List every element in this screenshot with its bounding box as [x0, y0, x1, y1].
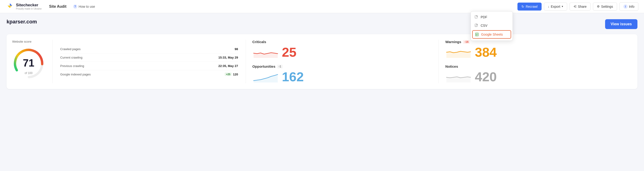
warnings-card: Warnings -16 384: [445, 40, 632, 59]
warnings-title: Warnings: [445, 40, 461, 44]
opportunities-badge: -1: [277, 65, 283, 68]
view-issues-button[interactable]: View issues: [605, 19, 638, 29]
criticals-sparkline: [252, 46, 278, 58]
warnings-sparkline: [445, 46, 471, 58]
stats-val-google: +25 120: [225, 72, 238, 76]
pdf-icon: [474, 15, 478, 19]
score-circle: 71 of 100: [12, 47, 45, 80]
left-metrics-column: Criticals 25 Opportunities -1: [246, 40, 439, 84]
settings-icon: ⚙: [597, 5, 600, 8]
notices-title: Notices: [445, 64, 458, 68]
dashboard-grid: Website score: [6, 34, 638, 89]
app-tagline: Proudly made in Ukraine: [16, 8, 42, 10]
settings-button[interactable]: ⚙ Settings: [593, 2, 617, 10]
share-label: Share: [578, 5, 586, 8]
app-name: Sitechecker: [16, 3, 42, 8]
logo-icon: [6, 2, 14, 11]
share-button[interactable]: ⋲ Share: [570, 2, 590, 10]
svg-marker-2: [10, 6, 12, 8]
notices-number: 420: [475, 70, 496, 84]
stats-key-crawled: Crawled pages: [60, 47, 80, 51]
csv-label: CSV: [481, 24, 488, 28]
google-sheets-icon: [475, 32, 479, 36]
info-icon: i: [624, 4, 628, 9]
export-label: Export: [551, 5, 560, 8]
stats-section: Crawled pages 98 Current crawling 15:33,…: [53, 40, 246, 84]
notices-sparkline: [445, 71, 471, 82]
score-of: of 100: [24, 72, 32, 75]
stats-badge-google: +25: [225, 72, 232, 76]
opportunities-number: 162: [282, 70, 304, 84]
stats-val-current: 15:33, May 29: [218, 56, 238, 59]
warnings-row: 384: [445, 46, 632, 59]
export-icon: ↓: [548, 5, 550, 8]
topbar: Sitechecker Proudly made in Ukraine Site…: [0, 0, 644, 13]
svg-marker-15: [446, 51, 470, 58]
how-to-use-button[interactable]: ? How to use: [71, 4, 97, 10]
score-value: 71: [23, 57, 34, 69]
export-dropdown: PDF CSV CSV Google Sheets: [470, 11, 513, 41]
logo-area: Sitechecker Proudly made in Ukraine: [6, 2, 42, 11]
site-domain: kparser.com: [6, 19, 37, 25]
settings-label: Settings: [601, 5, 613, 8]
recrawl-button[interactable]: ↻ Recrawl: [518, 2, 542, 10]
how-to-use-label: How to use: [79, 5, 95, 8]
notices-card: Notices 420: [445, 64, 632, 84]
pdf-label: PDF: [481, 15, 487, 19]
topbar-right: ↻ Recrawl ↓ Export ▾ ⋲ Share ⚙ Settings …: [518, 2, 638, 11]
criticals-number: 25: [282, 46, 296, 59]
notices-row: 420: [445, 70, 632, 84]
opportunities-card: Opportunities -1 162: [252, 64, 439, 84]
page-title: Site Audit: [49, 4, 66, 9]
svg-marker-14: [254, 74, 278, 82]
share-icon: ⋲: [574, 5, 576, 8]
export-pdf-item[interactable]: PDF: [471, 13, 512, 21]
svg-marker-0: [10, 3, 12, 6]
recrawl-icon: ↻: [522, 5, 524, 8]
svg-marker-1: [8, 6, 10, 8]
warnings-badge: -16: [463, 40, 470, 44]
warnings-number: 384: [475, 46, 496, 59]
opportunities-title: Opportunities: [252, 64, 275, 68]
export-csv-item[interactable]: CSV CSV: [471, 21, 512, 30]
stats-table: Crawled pages 98 Current crawling 15:33,…: [60, 45, 238, 78]
stats-key-google: Google indexed pages: [60, 72, 91, 76]
criticals-row: 25: [252, 46, 439, 59]
opportunities-header: Opportunities -1: [252, 64, 439, 68]
stats-key-current: Current crawling: [60, 56, 82, 59]
stats-key-previous: Previous crawling: [60, 64, 84, 68]
recrawl-label: Recrawl: [526, 5, 538, 8]
logo-text: Sitechecker Proudly made in Ukraine: [16, 3, 42, 10]
info-button[interactable]: i Info: [620, 2, 638, 11]
stats-row-google: Google indexed pages +25 120: [60, 70, 238, 78]
criticals-header: Criticals: [252, 40, 439, 44]
main-content: kparser.com View issues Website score: [0, 13, 644, 95]
opportunities-sparkline: [252, 71, 278, 82]
chevron-down-icon: ▾: [562, 5, 563, 8]
export-google-sheets-item[interactable]: Google Sheets: [472, 30, 511, 39]
export-button[interactable]: ↓ Export ▾: [544, 2, 567, 10]
stats-val-crawled: 98: [234, 47, 238, 51]
stats-row-current: Current crawling 15:33, May 29: [60, 54, 238, 62]
google-sheets-label: Google Sheets: [481, 32, 503, 36]
score-label: Website score: [12, 40, 32, 43]
opportunities-row: 162: [252, 70, 439, 84]
right-metrics-column: Warnings -16 384 Notices: [439, 40, 632, 84]
score-section: Website score: [12, 40, 53, 84]
criticals-title: Criticals: [252, 40, 266, 44]
criticals-card: Criticals 25: [252, 40, 439, 59]
question-icon: ?: [73, 4, 77, 9]
svg-text:CSV: CSV: [475, 25, 478, 26]
stats-val-previous: 22:35, May 27: [218, 64, 238, 68]
site-header-row: kparser.com View issues: [6, 19, 638, 30]
csv-icon: CSV: [474, 24, 478, 28]
stats-row-previous: Previous crawling 22:35, May 27: [60, 62, 238, 70]
stats-row-crawled: Crawled pages 98: [60, 45, 238, 54]
notices-header: Notices: [445, 64, 632, 68]
info-label: Info: [629, 5, 634, 8]
